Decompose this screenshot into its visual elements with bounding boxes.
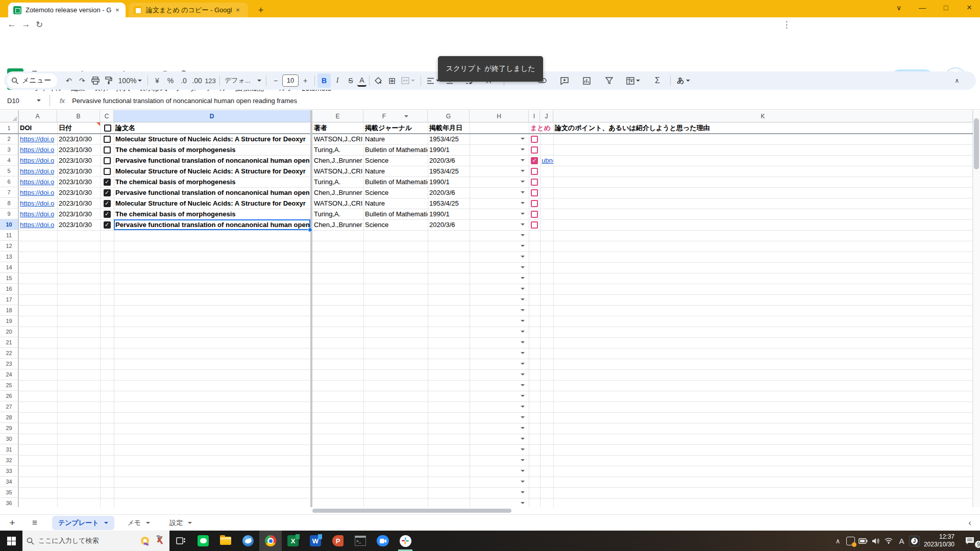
genre-dropdown-row-28[interactable]	[521, 416, 525, 418]
matome-checkbox-row-4[interactable]: ✓	[531, 157, 538, 164]
thunderbird-icon[interactable]	[237, 531, 259, 551]
done-checkbox-row-8[interactable]: ✓	[104, 200, 111, 207]
cell-C3[interactable]	[100, 144, 114, 155]
cell-B6[interactable]: 2023/10/30	[57, 177, 100, 187]
cell-B2[interactable]: 2023/10/30	[57, 134, 100, 144]
cell-F10[interactable]: Science	[363, 219, 428, 230]
cell-A3[interactable]: https://doi.o	[18, 144, 57, 155]
cell-E5[interactable]: WATSON,J.,CRI	[312, 166, 363, 177]
tray-j-app-icon[interactable]: J	[908, 531, 921, 551]
input-tools-button[interactable]: あ	[673, 73, 694, 88]
genre-dropdown-row-25[interactable]	[521, 384, 525, 386]
cell-F5[interactable]: Nature	[363, 166, 428, 177]
decrease-font-size-button[interactable]: −	[269, 73, 282, 88]
header-checkbox[interactable]	[104, 124, 111, 132]
row-header-22[interactable]: 22	[0, 348, 18, 359]
cell-A2[interactable]: https://doi.o	[18, 134, 57, 144]
tray-app-notification-icon[interactable]	[844, 531, 857, 551]
formula-input[interactable]: Pervasive functional translation of nonc…	[72, 97, 297, 105]
tray-expand-icon[interactable]: ∧	[831, 531, 844, 551]
select-all-corner[interactable]	[0, 110, 18, 122]
column-header-B[interactable]: B	[57, 110, 100, 122]
row-header-23[interactable]: 23	[0, 359, 18, 369]
genre-dropdown-row-8[interactable]	[521, 202, 525, 204]
merge-cells-button[interactable]	[399, 73, 418, 88]
tab-search-button[interactable]: ∨	[888, 0, 910, 15]
genre-dropdown-row-32[interactable]	[521, 459, 525, 461]
cell-A9[interactable]: https://doi.o	[18, 209, 57, 219]
row-header-17[interactable]: 17	[0, 294, 18, 305]
matome-checkbox-row-5[interactable]	[531, 168, 538, 175]
done-checkbox-row-9[interactable]: ✓	[104, 211, 111, 218]
row-header-18[interactable]: 18	[0, 305, 18, 316]
row-header-36[interactable]: 36	[0, 498, 18, 507]
cell-D4[interactable]: Pervasive functional translation of nonc…	[114, 155, 310, 166]
genre-dropdown-row-2[interactable]	[521, 138, 525, 140]
cell-C4[interactable]	[100, 155, 114, 166]
decrease-decimals-button[interactable]: .0	[177, 73, 190, 88]
cell-D2[interactable]: Molecular Structure of Nucleic Acids: A …	[114, 134, 310, 144]
cell-I3[interactable]	[529, 144, 540, 155]
genre-dropdown-row-35[interactable]	[521, 491, 525, 493]
cell-E8[interactable]: WATSON,J.,CRI	[312, 198, 363, 209]
row-header-3[interactable]: 3	[0, 144, 18, 155]
row-header-27[interactable]: 27	[0, 402, 18, 412]
column-header-K[interactable]: K	[553, 110, 973, 122]
taskbar-clock[interactable]: 12:37 2023/10/30	[924, 533, 954, 548]
cell-I6[interactable]	[529, 177, 540, 187]
cell-C1[interactable]	[100, 122, 114, 134]
insert-chart-button[interactable]	[580, 73, 594, 88]
genre-dropdown-row-24[interactable]	[521, 373, 525, 375]
borders-button[interactable]: ⊞	[385, 73, 399, 88]
row-header-5[interactable]: 5	[0, 166, 18, 177]
vertical-scrollbar[interactable]	[973, 110, 980, 507]
row-header-7[interactable]: 7	[0, 187, 18, 198]
cell-I7[interactable]	[529, 187, 540, 198]
sheet-tab-1[interactable]: テンプレート	[52, 516, 114, 530]
cell-B1[interactable]: 日付	[57, 122, 100, 134]
row-header-26[interactable]: 26	[0, 391, 18, 402]
doi-link[interactable]: https://doi.o	[20, 167, 54, 175]
genre-dropdown-row-21[interactable]	[521, 341, 525, 343]
genre-dropdown-row-7[interactable]	[521, 191, 525, 193]
row-header-21[interactable]: 21	[0, 337, 18, 348]
genre-dropdown-row-17[interactable]	[521, 298, 525, 300]
cell-B7[interactable]: 2023/10/30	[57, 187, 100, 198]
increase-decimals-button[interactable]: .00	[190, 73, 204, 88]
genre-dropdown-row-6[interactable]	[521, 181, 525, 183]
add-sheet-button[interactable]: +	[0, 517, 24, 529]
window-close-button[interactable]: ×	[959, 0, 980, 15]
cell-D7[interactable]: Pervasive functional translation of nonc…	[114, 187, 310, 198]
ime-mode-indicator[interactable]: A	[895, 531, 908, 551]
cell-I5[interactable]	[529, 166, 540, 177]
row-header-4[interactable]: 4	[0, 155, 18, 166]
genre-dropdown-row-27[interactable]	[521, 406, 525, 408]
browser-tab-1[interactable]: Zotemoto release version - Goo×	[8, 3, 126, 17]
row-header-34[interactable]: 34	[0, 477, 18, 487]
battery-icon[interactable]	[857, 531, 870, 551]
cell-I2[interactable]	[529, 134, 540, 144]
cell-C10[interactable]: ✓	[100, 219, 114, 230]
cell-F2[interactable]: Nature	[363, 134, 428, 144]
paint-format-button[interactable]	[102, 73, 115, 88]
spreadsheet-grid[interactable]: ABCDEFGHIJK12345678910111213141516171819…	[0, 110, 980, 507]
font-select[interactable]: デフォ...	[223, 73, 263, 88]
matome-checkbox-row-7[interactable]	[531, 189, 538, 196]
excel-icon[interactable]: X	[282, 531, 304, 551]
powerpoint-icon[interactable]: P	[327, 531, 349, 551]
cell-G10[interactable]: 2020/3/6	[428, 219, 470, 230]
italic-button[interactable]: I	[331, 73, 344, 88]
sheet-tab-menu-icon[interactable]	[188, 522, 192, 524]
doi-link[interactable]: https://doi.o	[20, 199, 54, 207]
cell-B3[interactable]: 2023/10/30	[57, 144, 100, 155]
window-minimize-button[interactable]: —	[912, 0, 933, 15]
cell-I1[interactable]: まとめ	[529, 122, 551, 134]
matome-checkbox-row-6[interactable]	[531, 179, 538, 186]
cell-A7[interactable]: https://doi.o	[18, 187, 57, 198]
zoom-select[interactable]: 100%	[115, 73, 145, 88]
cell-E2[interactable]: WATSON,J.,CRI	[312, 134, 363, 144]
row-header-9[interactable]: 9	[0, 209, 18, 219]
hide-menus-button[interactable]: ∧	[950, 73, 964, 88]
selection-fill-handle[interactable]	[308, 228, 312, 232]
taskbar-search-box[interactable]: ここに入力して検索	[22, 531, 169, 551]
